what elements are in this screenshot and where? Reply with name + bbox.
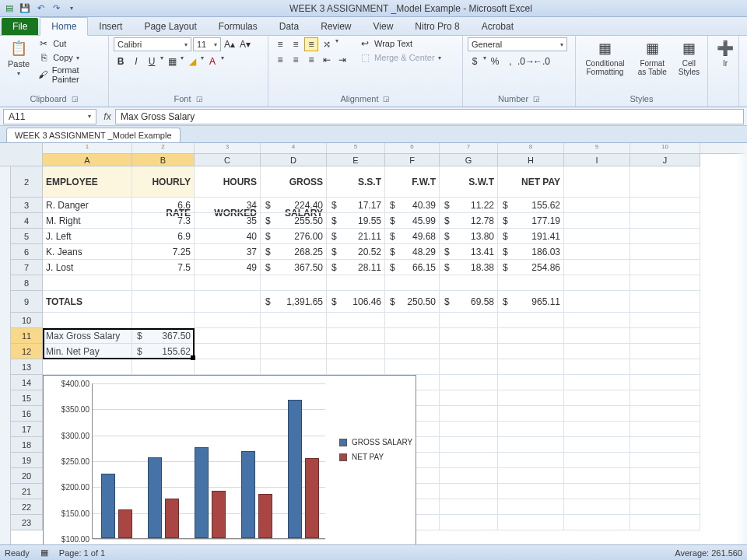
- row-header-8[interactable]: 8: [11, 275, 43, 291]
- row-header-20[interactable]: 20: [11, 468, 43, 484]
- shrink-font-button[interactable]: A▾: [238, 37, 252, 51]
- tab-review[interactable]: Review: [310, 18, 362, 35]
- cut-button[interactable]: ✂Cut: [37, 37, 103, 50]
- font-name-combo[interactable]: Calibri▾: [114, 37, 191, 51]
- workbook-tab[interactable]: WEEK 3 ASSIGNMENT _Model Example: [6, 128, 181, 142]
- format-as-table-button[interactable]: ▦Format as Table: [634, 37, 671, 78]
- align-bottom-button[interactable]: ≡: [304, 37, 318, 51]
- row-header-5[interactable]: 5: [11, 229, 43, 244]
- border-button[interactable]: ▦: [165, 54, 179, 68]
- row-header-12[interactable]: 12: [11, 344, 43, 359]
- qat-dropdown-icon[interactable]: ▾: [65, 2, 78, 15]
- row-header-17[interactable]: 17: [11, 422, 43, 437]
- italic-button[interactable]: I: [129, 54, 143, 68]
- tab-view[interactable]: View: [363, 18, 405, 35]
- tab-insert[interactable]: Insert: [88, 18, 133, 35]
- merge-center-button[interactable]: ⬚Merge & Center▾: [359, 51, 441, 64]
- embedded-chart[interactable]: $100.00$150.00$200.00$250.00$300.00$350.…: [43, 375, 416, 544]
- tab-page-layout[interactable]: Page Layout: [133, 18, 207, 35]
- align-right-button[interactable]: ≡: [304, 53, 318, 67]
- row-header-15[interactable]: 15: [11, 390, 43, 406]
- tab-nitro[interactable]: Nitro Pro 8: [404, 18, 470, 35]
- decrease-indent-button[interactable]: ⇤: [320, 53, 334, 67]
- col-header-G[interactable]: G: [440, 154, 498, 166]
- name-box[interactable]: A11▾: [3, 109, 96, 124]
- row-header-18[interactable]: 18: [11, 437, 43, 453]
- row-header-21[interactable]: 21: [11, 484, 43, 499]
- col-header-F[interactable]: F: [385, 154, 440, 166]
- row-header-9[interactable]: 9: [11, 291, 43, 313]
- col-header-E[interactable]: E: [327, 154, 385, 166]
- accounting-button[interactable]: $: [468, 54, 482, 68]
- col-header-I[interactable]: I: [564, 154, 630, 166]
- grow-font-button[interactable]: A▴: [223, 37, 237, 51]
- format-painter-button[interactable]: 🖌Format Painter: [37, 65, 103, 84]
- row-header-4[interactable]: 4: [11, 213, 43, 229]
- dialog-launcher-icon[interactable]: ◲: [533, 95, 540, 103]
- window-title: WEEK 3 ASSIGNMENT _Model Example - Micro…: [78, 3, 744, 14]
- percent-button[interactable]: %: [488, 54, 502, 68]
- orientation-button[interactable]: ⤭: [320, 37, 334, 51]
- row-header-23[interactable]: 23: [11, 515, 43, 530]
- row-header-22[interactable]: 22: [11, 499, 43, 515]
- wrap-text-button[interactable]: ↩Wrap Text: [359, 37, 441, 50]
- row-header-3[interactable]: 3: [11, 198, 43, 213]
- redo-icon[interactable]: ↷: [50, 2, 62, 15]
- insert-button[interactable]: ➕Ir: [713, 37, 738, 69]
- worksheet-grid[interactable]: 12345678910 ABCDEFGHIJ 23456789101112131…: [0, 143, 747, 544]
- align-center-button[interactable]: ≡: [289, 53, 303, 67]
- col-header-B[interactable]: B: [132, 154, 195, 166]
- decrease-decimal-button[interactable]: ←.0: [535, 54, 549, 68]
- fill-color-button[interactable]: ◢: [185, 54, 199, 68]
- tab-home[interactable]: Home: [40, 17, 88, 36]
- col-header-H[interactable]: H: [498, 154, 564, 166]
- row-header-16[interactable]: 16: [11, 406, 43, 422]
- row-header-11[interactable]: 11: [11, 328, 43, 344]
- undo-icon[interactable]: ↶: [34, 2, 47, 15]
- tab-data[interactable]: Data: [268, 18, 310, 35]
- fx-icon[interactable]: fx: [100, 111, 115, 122]
- col-header-D[interactable]: D: [261, 154, 327, 166]
- font-size-combo[interactable]: 11▾: [193, 37, 221, 51]
- increase-indent-button[interactable]: ⇥: [335, 53, 349, 67]
- bold-button[interactable]: B: [114, 54, 128, 68]
- comma-button[interactable]: ,: [503, 54, 517, 68]
- save-icon[interactable]: 💾: [19, 2, 31, 15]
- merge-icon: ⬚: [359, 51, 371, 64]
- tab-acrobat[interactable]: Acrobat: [471, 18, 524, 35]
- underline-button[interactable]: U: [145, 54, 159, 68]
- font-color-button[interactable]: A: [205, 54, 219, 68]
- row-header-13[interactable]: 13: [11, 359, 43, 375]
- row-header-10[interactable]: 10: [11, 313, 43, 328]
- dialog-launcher-icon[interactable]: ◲: [196, 95, 203, 103]
- dialog-launcher-icon[interactable]: ◲: [383, 95, 390, 103]
- file-tab[interactable]: File: [2, 18, 38, 35]
- align-top-button[interactable]: ≡: [273, 37, 287, 51]
- group-number: General▾ $▾ % , .0→ ←.0 Number◲: [463, 36, 576, 107]
- table-icon: ▦: [643, 39, 661, 58]
- increase-decimal-button[interactable]: .0→: [519, 54, 533, 68]
- col-header-A[interactable]: A: [43, 154, 132, 166]
- copy-button[interactable]: ⎘Copy▾: [37, 51, 103, 64]
- col-header-C[interactable]: C: [195, 154, 261, 166]
- row-header-6[interactable]: 6: [11, 244, 43, 260]
- row-header-19[interactable]: 19: [11, 453, 43, 468]
- col-header-J[interactable]: J: [630, 154, 700, 166]
- formula-input[interactable]: Max Gross Salary: [115, 109, 744, 124]
- row-header-2[interactable]: 2: [11, 166, 43, 198]
- dialog-launcher-icon[interactable]: ◲: [72, 95, 79, 103]
- row-header-7[interactable]: 7: [11, 260, 43, 275]
- number-format-combo[interactable]: General▾: [468, 37, 567, 51]
- paste-button[interactable]: 📋 Paste ▾: [5, 37, 33, 79]
- align-left-button[interactable]: ≡: [273, 53, 287, 67]
- column-headers[interactable]: ABCDEFGHIJ: [43, 154, 747, 166]
- conditional-formatting-button[interactable]: ▦Conditional Formatting: [580, 37, 630, 78]
- align-middle-button[interactable]: ≡: [289, 37, 303, 51]
- row-header-14[interactable]: 14: [11, 375, 43, 390]
- tab-formulas[interactable]: Formulas: [208, 18, 268, 35]
- group-clipboard: 📋 Paste ▾ ✂Cut ⎘Copy▾ 🖌Format Painter Cl…: [0, 36, 109, 107]
- row-headers[interactable]: 234567891011121314151617181920212223: [11, 166, 43, 544]
- cell-styles-button[interactable]: ▦Cell Styles: [675, 37, 703, 78]
- cells-area[interactable]: EMPLOYEEHOURLYRATEHOURSWORKEDGROSSSALARY…: [43, 166, 747, 544]
- select-all-corner[interactable]: [0, 143, 43, 166]
